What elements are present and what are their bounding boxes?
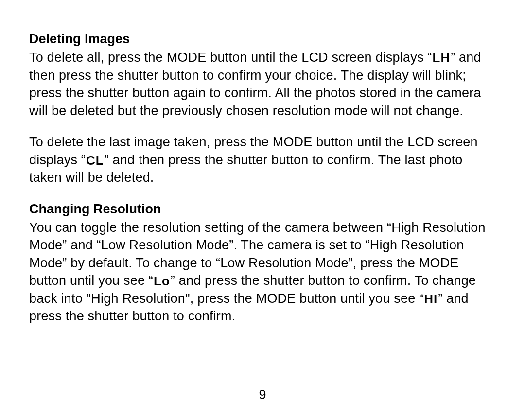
paragraph-delete-all: To delete all, press the MODE button unt… — [29, 49, 496, 120]
paragraph-delete-last: To delete the last image taken, press th… — [29, 133, 496, 186]
text-fragment: To delete all, press the MODE button unt… — [29, 50, 432, 65]
paragraph-resolution: You can toggle the resolution setting of… — [29, 219, 496, 325]
heading-deleting-images: Deleting Images — [29, 30, 496, 48]
lcd-cl-icon: CL — [86, 152, 105, 169]
lcd-lh-icon: LH — [432, 50, 451, 67]
heading-changing-resolution: Changing Resolution — [29, 200, 496, 218]
page-number: 9 — [0, 387, 525, 402]
lcd-lo-icon: Lo — [153, 273, 171, 290]
lcd-hi-icon: HI — [423, 291, 438, 308]
